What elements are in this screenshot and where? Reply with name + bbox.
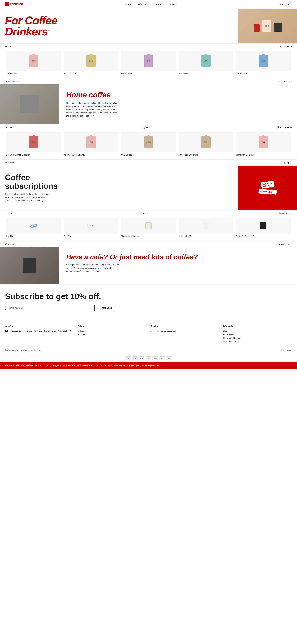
- product-name: Good Day Coffee: [64, 72, 118, 75]
- footer-enquire-label: Enquire: [150, 325, 219, 327]
- bag-icon: ROGUECOFFEE: [144, 55, 153, 67]
- site-credit[interactable]: Site by GO:OD: [280, 349, 292, 352]
- sign-up-link[interactable]: Sign up →: [283, 162, 292, 164]
- product-item[interactable]: Redbrick Puff Tee: [177, 217, 235, 239]
- product-item[interactable]: JUANAMAMANI Juana Mamani, Bolivia: [235, 131, 292, 158]
- footer-info-label: Information: [223, 325, 292, 327]
- product-item[interactable]: For Coffee Drinkers Tote: [235, 217, 292, 239]
- machine-icon: [20, 95, 39, 113]
- shop-merch-link[interactable]: Shop merch →: [278, 212, 292, 214]
- merch-label: Merch: [142, 212, 148, 214]
- subscribe-section: Subscribe to get 10% off. Reveal Code: [0, 284, 297, 318]
- logo-icon: [5, 2, 9, 6]
- privacy-policy-link[interactable]: Privacy Policy: [223, 340, 292, 344]
- unionpay-icon: UP: [159, 356, 165, 360]
- bag-icon: GOOD DAYCOFFEE: [86, 55, 96, 67]
- product-item[interactable]: 🔗 Carabiner: [5, 217, 62, 239]
- footer: Location 161 Newcastle Street Fyshwick, …: [0, 318, 297, 347]
- product-name: For Coffee Drinkers Tote: [236, 235, 291, 238]
- reveal-code-button[interactable]: Reveal Code: [94, 305, 116, 311]
- bag-icon: DARKCOFFEE: [201, 55, 211, 67]
- product-item[interactable]: GOOD DAYCOFFEE Good Day Coffee: [62, 50, 120, 76]
- merch-card: [236, 218, 291, 234]
- shop-singles-link[interactable]: Shop singles →: [277, 126, 292, 129]
- espresso-heading: Home coffee: [66, 90, 290, 99]
- subscriptions-body: Our customisable coffee subscription all…: [5, 192, 54, 202]
- product-item[interactable]: ROGUECOFFEE Rogue Coffee: [120, 50, 177, 76]
- product-item[interactable]: Sipping Worldwide Mug: [120, 217, 177, 239]
- product-item[interactable]: CANTARANAS Canta Ranas, Colombia: [177, 131, 235, 158]
- nav-about[interactable]: About: [156, 3, 161, 6]
- product-name: Bag Clip: [64, 235, 118, 238]
- product-item[interactable]: AYLAETHIOPIA Ayla, Ethiopia: [120, 131, 177, 158]
- box-label-2: COFFEE COFFEE: [258, 189, 277, 195]
- arrow-icon: →: [290, 212, 292, 214]
- product-item[interactable]: WBEIMARLASSO Wbeimar Lasso, Colombia: [62, 131, 120, 158]
- apple-pay-icon: ⍺Pay: [132, 356, 138, 360]
- product-name: Redbrick Puff Tee: [179, 235, 233, 238]
- product-name: Decaf Coffee: [236, 72, 291, 75]
- mug-icon: [145, 222, 152, 229]
- footer-follow: Follow Instagram Facebook: [78, 325, 147, 344]
- product-item[interactable]: SEBASTIANGOMEZ Sebastian Gomez, Colombia: [5, 131, 62, 158]
- wholesale-content: Have a cafe? Or just need lots of coffee…: [59, 247, 297, 284]
- hero-headline: For Coffee Drinkers™: [5, 15, 233, 37]
- coffee-scene: COFFEECOFFEE: [251, 18, 284, 34]
- product-item[interactable]: REDBRICK Bag Clip: [62, 217, 120, 239]
- nav-contact[interactable]: Contact: [169, 3, 176, 6]
- shop-blends-link[interactable]: Shop blends →: [278, 45, 292, 48]
- nav-shop[interactable]: Shop: [126, 3, 131, 6]
- instagram-link[interactable]: Instagram: [78, 329, 147, 333]
- wholesale-label: Wholesale: [5, 243, 14, 245]
- merch-grid: 🔗 Carabiner REDBRICK Bag Clip Sipping Wo…: [0, 217, 297, 239]
- subscriptions-section: Coffee subscriptions Our customisable co…: [0, 166, 297, 210]
- product-name: Coffee Coffee: [6, 72, 61, 75]
- footer-location: Location 161 Newcastle Street Fyshwick, …: [5, 325, 74, 344]
- get-tickets-link[interactable]: Get Tickets →: [279, 80, 292, 82]
- blog-link[interactable]: Blog: [223, 329, 292, 333]
- nav-links: Shop Wholesale About Contact: [126, 3, 176, 6]
- footer-bottom: ©2024 Redbrick Coffee. All Rights Reserv…: [0, 346, 297, 354]
- facebook-link[interactable]: Facebook: [78, 333, 147, 336]
- hero-image: COFFEECOFFEE: [238, 9, 297, 43]
- paypal-icon: PP: [146, 356, 151, 360]
- bag-icon: JUANAMAMANI: [259, 136, 268, 148]
- blends-header: Blends Shop blends →: [0, 43, 297, 50]
- nav-cart[interactable]: Cart: [279, 3, 283, 6]
- merch-arrows: ← →: [5, 212, 12, 215]
- nav-wholesale[interactable]: Wholesale: [138, 3, 148, 6]
- next-arrow[interactable]: →: [9, 126, 12, 129]
- product-item[interactable]: DECAFCOFFEE Decaf Coffee: [235, 50, 292, 76]
- product-card: SEBASTIANGOMEZ: [6, 132, 61, 152]
- logo[interactable]: REDBRICK: [5, 2, 23, 6]
- footer-enquire: Enquire hello@redbrickcoffee.com.au: [150, 325, 219, 344]
- product-name: Ayla, Ethiopia: [121, 154, 176, 156]
- prev-arrow[interactable]: ←: [5, 212, 8, 215]
- prev-arrow[interactable]: ←: [5, 126, 8, 129]
- next-arrow[interactable]: →: [9, 212, 12, 215]
- product-name: Canta Ranas, Colombia: [179, 154, 233, 156]
- merch-nav: ← → Merch Shop merch →: [0, 210, 297, 217]
- payment-icons: VISA ⍺Pay GPay PP Shop UP MC: [0, 354, 297, 362]
- brew-guides-link[interactable]: Brew Guides: [223, 333, 292, 336]
- visa-icon: VISA: [125, 356, 131, 360]
- product-card: DARKCOFFEE: [179, 51, 233, 71]
- merch-card: [121, 218, 176, 234]
- product-item[interactable]: COFFEECOFFEE Coffee Coffee: [5, 50, 62, 76]
- enquire-email[interactable]: hello@redbrickcoffee.com.au: [150, 329, 219, 333]
- espresso-body: Got a fancy coffee machine sitting at ho…: [66, 102, 119, 118]
- logo-text: REDBRICK: [10, 3, 23, 6]
- subscriptions-header: Subscriptions Sign up →: [0, 160, 297, 166]
- arrow-icon: →: [290, 45, 292, 48]
- ask-more-link[interactable]: Ask us more →: [278, 243, 292, 245]
- shipping-returns-link[interactable]: Shipping & Returns: [223, 336, 292, 340]
- bag-icon: AYLAETHIOPIA: [144, 136, 153, 148]
- espresso-label: Home Espresso: [5, 80, 19, 82]
- email-input[interactable]: [5, 305, 94, 311]
- product-item[interactable]: DARKCOFFEE Dark Coffee: [177, 50, 235, 76]
- hero-section: For Coffee Drinkers™ COFFEECOFFEE: [0, 9, 297, 43]
- subscribe-heading: Subscribe to get 10% off.: [5, 292, 292, 301]
- nav-menu[interactable]: Menu: [287, 3, 292, 6]
- espresso-content: Home coffee Got a fancy coffee machine s…: [59, 84, 297, 124]
- footer-follow-label: Follow: [78, 325, 147, 327]
